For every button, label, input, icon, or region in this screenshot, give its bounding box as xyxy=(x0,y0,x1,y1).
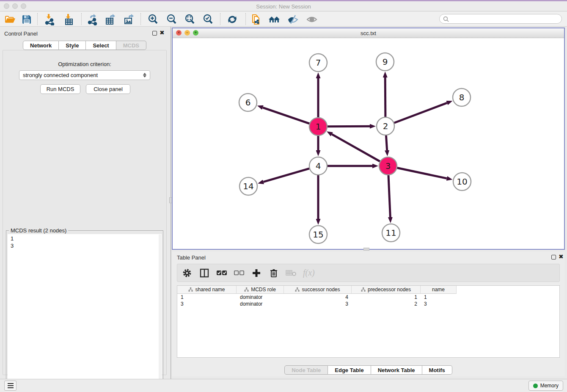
column-header-predecessor-nodes[interactable]: predecessor nodes xyxy=(352,286,421,294)
graph-node-11[interactable]: 11 xyxy=(382,224,400,242)
memory-label: Memory xyxy=(540,383,559,389)
task-history-button[interactable] xyxy=(4,381,17,391)
close-panel-icon[interactable]: ✖ xyxy=(160,29,165,36)
status-bar: Memory xyxy=(0,379,567,392)
select-all-icon[interactable] xyxy=(216,268,227,279)
table-cell: 1 xyxy=(421,294,457,301)
criterion-value: strongly connected component xyxy=(23,72,98,78)
memory-button[interactable]: Memory xyxy=(528,381,563,391)
graph-node-7[interactable]: 7 xyxy=(309,54,327,72)
clone-network-icon[interactable] xyxy=(250,14,262,25)
graph-node-9[interactable]: 9 xyxy=(376,53,394,71)
apply-layout-icon[interactable] xyxy=(226,14,239,25)
column-type-icon xyxy=(188,287,193,292)
graph-node-label: 14 xyxy=(243,181,253,191)
close-panel-button[interactable]: Close panel xyxy=(86,84,130,94)
graph-node-14[interactable]: 14 xyxy=(239,177,257,195)
network-graph-canvas[interactable]: 1234678910111415 xyxy=(173,38,564,249)
table-settings-icon[interactable] xyxy=(182,268,193,279)
graph-node-label: 2 xyxy=(383,121,388,131)
import-table-icon[interactable] xyxy=(63,14,75,25)
graph-edge-4-14[interactable] xyxy=(264,168,309,182)
graph-node-4[interactable]: 4 xyxy=(309,157,327,175)
table-panel: Table Panel ✖ f(x) shared nameMCDS roles… xyxy=(172,252,565,376)
toolbar-separator xyxy=(37,13,38,25)
zoom-out-icon[interactable] xyxy=(165,14,178,25)
graph-node-label: 4 xyxy=(316,161,321,171)
search-icon xyxy=(443,16,449,22)
export-network-icon[interactable] xyxy=(86,14,99,25)
graph-edge-2-8[interactable] xyxy=(394,103,447,123)
graph-node-label: 11 xyxy=(385,228,396,238)
graph-node-label: 8 xyxy=(459,92,465,102)
table-body: 1dominator4113dominator323 xyxy=(177,294,559,307)
table-cell: 3 xyxy=(421,301,457,307)
graph-edge-2-9[interactable] xyxy=(385,77,385,117)
column-header-successor-nodes[interactable]: successor nodes xyxy=(284,286,352,294)
mcds-result-text[interactable]: 1 3 xyxy=(8,234,162,389)
float-panel-icon[interactable] xyxy=(152,31,157,36)
show-all-icon[interactable] xyxy=(306,14,318,25)
tab-select[interactable]: Select xyxy=(86,41,116,50)
tab-edge-table[interactable]: Edge Table xyxy=(328,365,371,375)
column-header-MCDS-role[interactable]: MCDS role xyxy=(237,286,284,294)
toolbar-separator xyxy=(81,13,82,25)
table-row[interactable]: 1dominator411 xyxy=(177,294,559,301)
export-table-icon[interactable] xyxy=(104,14,117,25)
graph-node-label: 6 xyxy=(245,97,251,108)
save-session-icon[interactable] xyxy=(20,14,33,25)
table-float-panel-icon[interactable] xyxy=(551,255,556,259)
graph-edge-3-10[interactable] xyxy=(397,168,447,179)
column-header-shared-name[interactable]: shared name xyxy=(177,286,237,294)
network-window-titlebar[interactable]: ✕ − + scc.txt xyxy=(173,28,564,38)
tab-style[interactable]: Style xyxy=(59,41,86,50)
splitter-grab-handle-horizontal[interactable] xyxy=(363,248,369,251)
list-icon xyxy=(8,383,14,389)
delete-table-icon xyxy=(286,268,297,279)
graph-node-15[interactable]: 15 xyxy=(309,226,327,243)
tab-network-table[interactable]: Network Table xyxy=(371,365,422,375)
tab-motifs[interactable]: Motifs xyxy=(422,365,452,375)
deselect-all-icon[interactable] xyxy=(234,268,245,279)
tab-network[interactable]: Network xyxy=(23,41,59,50)
graph-node-6[interactable]: 6 xyxy=(239,94,257,111)
zoom-fit-icon[interactable] xyxy=(184,14,196,25)
graph-node-label: 15 xyxy=(313,229,323,240)
tab-node-table[interactable]: Node Table xyxy=(284,365,328,375)
graph-node-2[interactable]: 2 xyxy=(377,117,394,135)
graph-edge-1-6[interactable] xyxy=(263,108,309,124)
search-input[interactable] xyxy=(451,15,561,23)
column-type-icon xyxy=(295,287,300,292)
column-selector-icon[interactable] xyxy=(199,268,210,279)
column-header-name[interactable]: name xyxy=(421,286,457,294)
criterion-select[interactable]: strongly connected component xyxy=(19,70,150,80)
zoom-in-icon[interactable] xyxy=(147,14,160,25)
graph-node-1[interactable]: 1 xyxy=(309,118,327,135)
import-network-icon[interactable] xyxy=(43,14,56,25)
result-scrollbar[interactable] xyxy=(159,235,161,389)
graph-edge-2-3[interactable] xyxy=(386,135,387,150)
tab-mcds[interactable]: MCDS xyxy=(116,41,146,50)
table-row[interactable]: 3dominator323 xyxy=(177,301,559,307)
add-column-icon[interactable] xyxy=(251,268,262,279)
zoom-selected-icon[interactable] xyxy=(202,14,215,25)
table-panel-title: Table Panel xyxy=(177,254,206,261)
graph-edge-3-1[interactable] xyxy=(332,134,380,161)
graph-edge-1-2[interactable] xyxy=(328,126,370,127)
column-type-icon xyxy=(244,287,249,292)
delete-column-icon[interactable] xyxy=(268,268,279,279)
table-close-panel-icon[interactable]: ✖ xyxy=(559,253,564,260)
search-box[interactable] xyxy=(439,14,562,24)
control-panel-tabs: NetworkStyleSelectMCDS xyxy=(0,41,169,50)
hide-selected-icon[interactable] xyxy=(286,14,299,25)
graph-node-10[interactable]: 10 xyxy=(453,173,471,190)
first-neighbors-icon[interactable] xyxy=(268,14,281,25)
table-cell: dominator xyxy=(237,294,284,301)
run-mcds-button[interactable]: Run MCDS xyxy=(40,84,80,94)
open-file-icon[interactable] xyxy=(3,14,16,25)
export-image-icon[interactable] xyxy=(123,14,135,25)
graph-node-label: 3 xyxy=(385,161,391,171)
graph-node-3[interactable]: 3 xyxy=(379,157,397,175)
graph-edge-3-11[interactable] xyxy=(388,175,390,217)
graph-node-8[interactable]: 8 xyxy=(453,88,471,106)
